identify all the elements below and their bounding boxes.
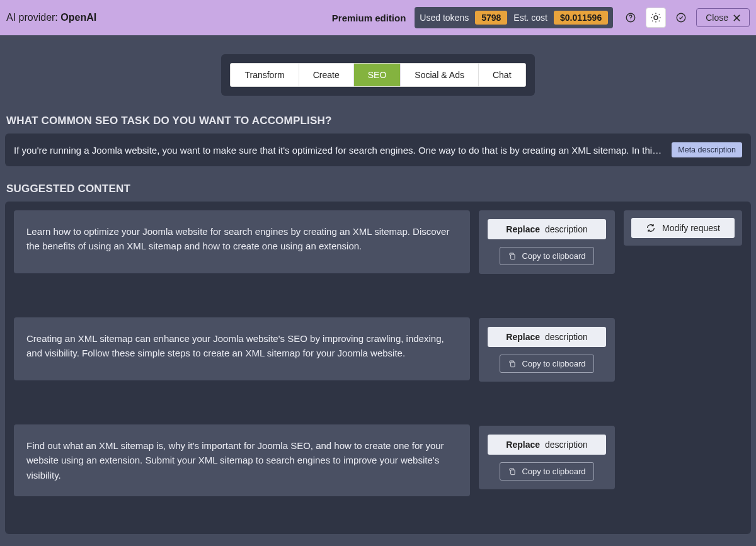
svg-rect-5 bbox=[511, 362, 515, 367]
replace-description-button[interactable]: Replace description bbox=[488, 327, 606, 347]
clipboard-icon bbox=[508, 360, 517, 368]
tabs: Transform Create SEO Social & Ads Chat bbox=[230, 63, 525, 87]
tab-seo[interactable]: SEO bbox=[354, 64, 401, 86]
replace-rest: description bbox=[545, 332, 588, 342]
suggestion-text: Learn how to optimize your Joomla websit… bbox=[14, 210, 470, 273]
suggestion-actions: Replace description Copy to clipboard bbox=[479, 426, 615, 489]
header-bar: AI provider: OpenAI Premium edition Used… bbox=[0, 0, 756, 35]
suggestion-text: Creating an XML sitemap can enhance your… bbox=[14, 317, 470, 380]
replace-rest: description bbox=[545, 224, 588, 234]
tab-create[interactable]: Create bbox=[299, 64, 354, 86]
used-tokens-label: Used tokens bbox=[420, 13, 469, 23]
help-icon bbox=[625, 12, 636, 23]
modify-request-label: Modify request bbox=[662, 223, 720, 233]
close-button-label: Close bbox=[706, 13, 728, 23]
help-button[interactable] bbox=[621, 8, 641, 28]
task-prompt-row: If you're running a Joomla website, you … bbox=[5, 134, 751, 166]
est-cost-label: Est. cost bbox=[513, 13, 547, 23]
replace-bold: Replace bbox=[506, 224, 540, 234]
replace-bold: Replace bbox=[506, 440, 540, 450]
ai-provider-label: AI provider: bbox=[6, 12, 60, 23]
clipboard-icon bbox=[508, 252, 517, 261]
sun-icon bbox=[650, 12, 662, 23]
premium-edition-label: Premium edition bbox=[332, 13, 406, 23]
tabs-container: Transform Create SEO Social & Ads Chat bbox=[5, 54, 751, 96]
refresh-icon bbox=[646, 223, 656, 233]
close-icon bbox=[733, 14, 740, 21]
modify-request-card: Modify request bbox=[624, 210, 742, 246]
clipboard-icon bbox=[508, 467, 517, 476]
used-tokens-value: 5798 bbox=[475, 11, 507, 25]
replace-description-button[interactable]: Replace description bbox=[488, 219, 606, 239]
tab-social-ads[interactable]: Social & Ads bbox=[401, 64, 479, 86]
est-cost-value: $0.011596 bbox=[554, 11, 608, 25]
suggestions-panel: Learn how to optimize your Joomla websit… bbox=[5, 202, 751, 534]
copy-label: Copy to clipboard bbox=[522, 359, 585, 368]
copy-to-clipboard-button[interactable]: Copy to clipboard bbox=[500, 462, 593, 481]
usage-stats: Used tokens 5798 Est. cost $0.011596 bbox=[415, 7, 613, 28]
suggestion-actions: Replace description Copy to clipboard bbox=[479, 318, 615, 382]
suggestion-actions: Replace description Copy to clipboard bbox=[479, 210, 615, 274]
suggestion-text: Find out what an XML sitemap is, why it'… bbox=[14, 424, 470, 496]
replace-rest: description bbox=[545, 440, 588, 450]
ai-provider-name: OpenAI bbox=[60, 12, 96, 23]
close-button[interactable]: Close bbox=[696, 8, 750, 27]
tab-transform[interactable]: Transform bbox=[231, 64, 299, 86]
task-heading: WHAT COMMON SEO TASK DO YOU WANT TO ACCO… bbox=[6, 115, 751, 127]
modify-request-button[interactable]: Modify request bbox=[631, 218, 735, 238]
copy-to-clipboard-button[interactable]: Copy to clipboard bbox=[500, 355, 593, 373]
replace-description-button[interactable]: Replace description bbox=[488, 435, 606, 455]
svg-point-2 bbox=[654, 16, 658, 20]
replace-bold: Replace bbox=[506, 332, 540, 342]
copy-to-clipboard-button[interactable]: Copy to clipboard bbox=[500, 247, 593, 265]
meta-description-pill: Meta description bbox=[672, 142, 742, 157]
tab-chat[interactable]: Chat bbox=[479, 64, 525, 86]
check-button[interactable] bbox=[671, 8, 691, 28]
copy-label: Copy to clipboard bbox=[522, 467, 585, 476]
ai-provider: AI provider: OpenAI bbox=[6, 12, 96, 23]
check-circle-icon bbox=[675, 12, 687, 23]
task-prompt-text: If you're running a Joomla website, you … bbox=[14, 145, 662, 156]
svg-rect-4 bbox=[511, 254, 515, 259]
svg-point-1 bbox=[631, 20, 631, 20]
suggested-heading: SUGGESTED CONTENT bbox=[6, 183, 751, 195]
copy-label: Copy to clipboard bbox=[522, 251, 585, 261]
theme-toggle-button[interactable] bbox=[646, 8, 666, 28]
svg-rect-6 bbox=[511, 470, 515, 475]
